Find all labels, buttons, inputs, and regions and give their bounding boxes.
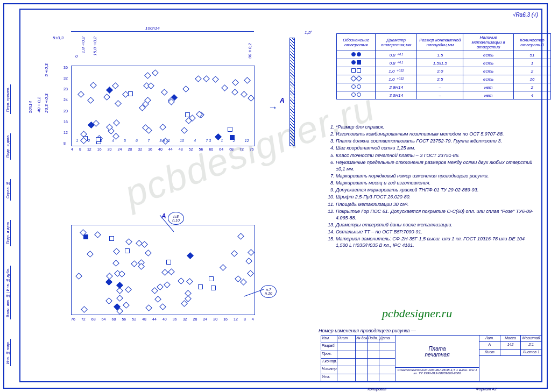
- pad-icon: [145, 304, 152, 311]
- pad-icon: [159, 124, 166, 131]
- pad-icon: [117, 295, 124, 302]
- pad-icon: [232, 79, 239, 86]
- pad-icon: [244, 77, 251, 84]
- revision-note: Номер изменения проводящего рисунка —: [319, 328, 416, 333]
- pad-icon: [77, 91, 84, 98]
- material-spec: Стеклотекстолит FR4 MH-35/35-1,5 1 высш.…: [395, 368, 479, 382]
- pad-icon: [116, 282, 123, 289]
- pad-icon: [228, 127, 232, 132]
- pad-icon: [131, 260, 138, 267]
- pad-icon: [231, 250, 238, 257]
- ruler-h-top: 481216202428323640444852566064687276: [71, 147, 254, 151]
- callout-1: п.8 п.10: [168, 212, 184, 225]
- pad-icon: [148, 82, 155, 89]
- pcb-top-view: [71, 66, 255, 146]
- technical-notes: *Размер для справок.Изготовить комбиниро…: [324, 124, 534, 250]
- pad-icon: [125, 238, 132, 245]
- pad-icon: [113, 119, 120, 126]
- hole-symbol-icon: [351, 76, 361, 81]
- brand-url: pcbdesigner.ru: [382, 307, 452, 320]
- pad-icon: [241, 91, 248, 98]
- pad-icon: [168, 268, 175, 275]
- pad-icon: [222, 84, 229, 91]
- pad-icon: [195, 75, 202, 82]
- pad-icon: [138, 263, 145, 270]
- pad-icon: [164, 281, 171, 288]
- pad-icon: [75, 273, 82, 280]
- pad-icon: [90, 82, 97, 89]
- pad-icon: [166, 260, 171, 265]
- pad-icon: [106, 273, 113, 280]
- surface-roughness: √Ra6,3 (√): [513, 12, 538, 18]
- dim-a1: 5±0,3: [53, 35, 63, 40]
- pad-icon: [220, 264, 227, 271]
- pad-icon: [106, 297, 113, 304]
- pcb-bottom-view: [71, 225, 255, 315]
- pad-icon: [198, 284, 203, 289]
- pad-icon: [103, 94, 110, 101]
- pad-icon: [181, 127, 188, 134]
- pcb-edge-view: [289, 38, 295, 146]
- pad-icon: [247, 270, 254, 277]
- pad-icon: [113, 248, 120, 255]
- pad-icon: [123, 302, 130, 309]
- pad-icon: [213, 76, 220, 83]
- pad-icon: [94, 231, 101, 238]
- pad-icon: [141, 241, 148, 248]
- pad-icon: [232, 89, 239, 96]
- pad-icon: [115, 100, 122, 107]
- hole-symbol-icon: [351, 68, 361, 73]
- section-arrow-icon: →: [268, 102, 278, 113]
- pad-icon: [161, 269, 168, 276]
- drawing-title: Плата печатная: [395, 336, 479, 368]
- ruler-h-bot: 767268646056524844403632282420161284: [71, 317, 254, 321]
- pad-icon: [186, 278, 193, 285]
- section-mark-a: А: [280, 97, 285, 104]
- hole-symbol-icon: [351, 52, 361, 56]
- pad-icon: [187, 252, 194, 259]
- pad-icon: [209, 276, 214, 281]
- dim-height: 50h14: [28, 101, 33, 113]
- callout-2: п.7 п.10: [260, 285, 277, 298]
- pad-icon: [237, 233, 244, 240]
- pad-icon: [211, 286, 216, 290]
- pad-icon: [87, 251, 94, 258]
- pad-icon: [136, 240, 143, 247]
- pad-icon: [154, 296, 161, 303]
- pad-icon: [246, 258, 253, 265]
- hole-table: Обозначение отверстияДиаметр отверстия,м…: [336, 33, 551, 99]
- pad-icon: [144, 72, 151, 79]
- pad-icon: [248, 249, 255, 256]
- pad-icon: [87, 97, 94, 104]
- stamp-line: КопировалФормат А2: [323, 387, 541, 391]
- pad-icon: [185, 112, 190, 117]
- drawing-sheet: Инв. № подл.Взам. инв. № | Инв. № дубл. …: [0, 0, 551, 392]
- pad-icon: [178, 277, 185, 284]
- pad-icon: [161, 89, 168, 96]
- pad-icon: [112, 82, 119, 89]
- pad-icon: [106, 87, 113, 94]
- pad-icon: [157, 283, 164, 290]
- pad-icon: [240, 279, 247, 286]
- pad-icon: [109, 236, 114, 241]
- hole-symbol-icon: [351, 60, 361, 65]
- pad-icon: [185, 295, 192, 302]
- pad-icon: [81, 306, 88, 313]
- pad-icon: [159, 303, 166, 310]
- pad-icon: [152, 287, 159, 294]
- ruler-v-top: 812162024283236: [63, 66, 68, 145]
- pad-icon: [182, 85, 189, 92]
- pad-icon: [248, 95, 255, 102]
- pad-icon: [203, 75, 210, 82]
- pad-icon: [145, 250, 152, 256]
- dim-width: 100h14: [145, 26, 160, 31]
- pad-icon: [125, 286, 132, 293]
- pad-icon: [125, 248, 130, 253]
- pad-icon: [152, 69, 159, 76]
- hole-symbol-icon: [351, 92, 361, 97]
- side-register: Инв. № подл.Взам. инв. № | Инв. № дубл. …: [2, 75, 14, 376]
- pad-icon: [112, 260, 119, 267]
- title-block: Изм.Лист№ докум.Подп.ДатаРазраб.Пров.Т.к…: [321, 335, 542, 382]
- hole-symbol-icon: [351, 84, 361, 89]
